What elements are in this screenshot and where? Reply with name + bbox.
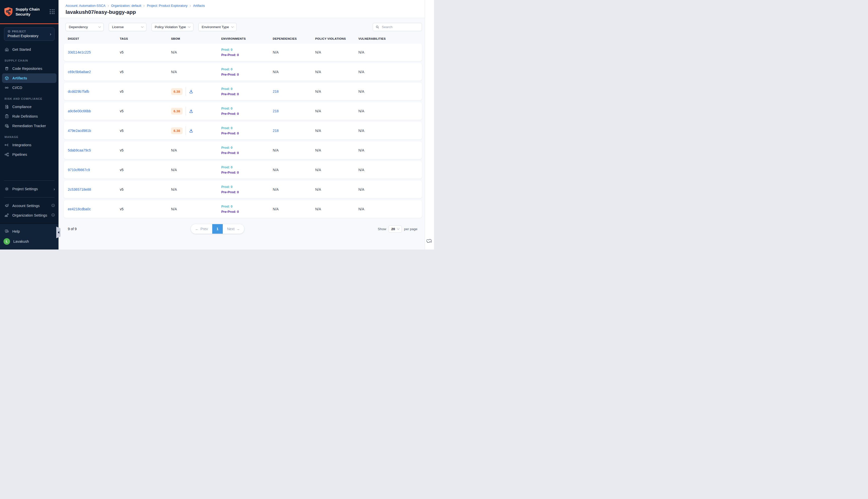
dependencies-link[interactable]: 218 [273, 129, 278, 133]
policy-violations-cell: N/A [315, 50, 358, 54]
prod-count: Prod: 0 [221, 165, 273, 170]
sidebar-item-remediation-tracker[interactable]: Remediation Tracker [0, 121, 59, 131]
breadcrumb-artifacts-link[interactable]: Artifacts [193, 4, 205, 8]
dependencies-link[interactable]: 218 [273, 109, 278, 113]
gear-icon [4, 187, 9, 191]
chevron-separator: › [144, 4, 145, 8]
sidebar-item-label: Project Settings [12, 187, 38, 191]
sidebar-item-cicd[interactable]: CI/CD [0, 83, 59, 93]
sbom-cell: N/A [171, 50, 221, 54]
org-gear-icon [4, 213, 9, 218]
sidebar-item-artifacts[interactable]: Artifacts [2, 73, 57, 83]
digest-link[interactable]: 5dab9caa79c5 [68, 148, 91, 152]
prev-page-button[interactable]: ←Prev [191, 224, 212, 234]
environment-type-filter-dropdown[interactable]: Environment Type [198, 23, 237, 31]
table-row[interactable]: 33d114e1c225 v5 N/A Prod: 0Pre-Prod: 0 N… [64, 44, 422, 61]
app-switcher-icon[interactable] [49, 9, 55, 15]
digest-link[interactable]: 479e2acd981b [68, 129, 91, 133]
digest-link[interactable]: 2c5365718e88 [68, 187, 91, 192]
preprod-count: Pre-Prod: 0 [221, 170, 273, 175]
sbom-cell: N/A [171, 148, 221, 152]
environments-cell: Prod: 0Pre-Prod: 0 [221, 66, 273, 77]
dropdown-label: Environment Type [202, 25, 229, 29]
sidebar-item-rule-definitions[interactable]: Rule Definitions [0, 112, 59, 121]
info-icon[interactable] [51, 204, 55, 208]
dropdown-label: License [112, 25, 124, 29]
chevron-down-icon [231, 25, 234, 28]
help-button[interactable]: Help [0, 227, 59, 236]
table-row[interactable]: 2c5365718e88 v5 N/A Prod: 0Pre-Prod: 0 N… [64, 181, 422, 198]
dependencies-cell: N/A [273, 207, 315, 211]
policy-violation-type-filter-dropdown[interactable]: Policy Violation Type [151, 23, 194, 31]
table-row[interactable]: a9c6e00c66bb v5 6.38 Prod: 0Pre-Prod: 0 … [64, 102, 422, 120]
digest-link[interactable]: c69c5b6a8ae2 [68, 70, 91, 74]
vulnerabilities-cell: N/A [358, 109, 422, 113]
sidebar-item-code-repositories[interactable]: Code Repositories [0, 64, 59, 73]
table-row[interactable]: 5dab9caa79c5 v5 N/A Prod: 0Pre-Prod: 0 N… [64, 142, 422, 159]
sbom-cell: 6.38 [171, 87, 221, 96]
integrations-icon [4, 143, 9, 147]
show-label: Show [378, 227, 386, 231]
digest-link[interactable]: 9710cf6667c9 [68, 168, 90, 172]
sidebar-item-account-settings[interactable]: Account Settings [0, 201, 59, 210]
table-row[interactable]: c69c5b6a8ae2 v5 N/A Prod: 0Pre-Prod: 0 N… [64, 63, 422, 81]
dependencies-cell: N/A [273, 187, 315, 192]
prod-count: Prod: 0 [221, 47, 273, 52]
page-size-control: Show 20 per page [244, 226, 422, 233]
digest-link[interactable]: 33d114e1c225 [68, 50, 91, 54]
tags-cell: v5 [120, 109, 171, 113]
environments-cell: Prod: 0Pre-Prod: 0 [221, 165, 273, 175]
prod-count: Prod: 0 [221, 184, 273, 190]
sidebar-item-get-started[interactable]: Get Started [0, 45, 59, 54]
page-header: Account: Automation-SSCA › Organization:… [59, 0, 425, 18]
dependency-filter-dropdown[interactable]: Dependency [65, 23, 104, 31]
sidebar-item-integrations[interactable]: Integrations [0, 140, 59, 150]
digest-link[interactable]: ee4218cdba0c [68, 207, 91, 211]
current-page-button[interactable]: 1 [212, 224, 223, 234]
cube-icon [4, 76, 9, 81]
environments-cell: Prod: 0Pre-Prod: 0 [221, 47, 273, 58]
search-input[interactable] [381, 25, 419, 29]
environments-cell: Prod: 0Pre-Prod: 0 [221, 106, 273, 116]
breadcrumb-account-link[interactable]: Account: Automation-SSCA [65, 4, 106, 8]
filter-row: Dependency License Policy Violation Type… [65, 23, 422, 31]
digest-link[interactable]: a9c6e00c66bb [68, 109, 91, 113]
sidebar-item-project-settings[interactable]: Project Settings › [0, 184, 59, 194]
vulnerabilities-cell: N/A [358, 148, 422, 152]
breadcrumb-project-link[interactable]: Project: Product Exploratory [147, 4, 188, 8]
sidebar-item-compliance[interactable]: Compliance [0, 102, 59, 112]
license-filter-dropdown[interactable]: License [109, 23, 146, 31]
page-size-select[interactable]: 20 [388, 226, 402, 233]
next-page-button[interactable]: Next→ [223, 224, 244, 234]
info-icon[interactable] [51, 213, 55, 218]
project-selector[interactable]: PROJECT Product Exploratory › [4, 27, 54, 41]
sidebar-item-pipelines[interactable]: Pipelines [0, 150, 59, 159]
download-sbom-icon[interactable] [189, 129, 194, 133]
code-repo-icon [4, 66, 9, 71]
table-row[interactable]: ee4218cdba0c v5 N/A Prod: 0Pre-Prod: 0 N… [64, 200, 422, 218]
chat-support-icon[interactable] [426, 238, 433, 244]
environments-cell: Prod: 0Pre-Prod: 0 [221, 86, 273, 97]
user-menu[interactable]: L Lavakush [0, 236, 59, 246]
download-sbom-icon[interactable] [189, 89, 194, 94]
pagination-pill: ←Prev 1 Next→ [191, 224, 244, 234]
table-row[interactable]: 479e2acd981b v5 6.38 Prod: 0Pre-Prod: 0 … [64, 122, 422, 139]
download-sbom-icon[interactable] [189, 109, 194, 113]
sbom-cell: 6.38 [171, 126, 221, 135]
table-row[interactable]: 9710cf6667c9 v5 N/A Prod: 0Pre-Prod: 0 N… [64, 161, 422, 179]
policy-violations-cell: N/A [315, 89, 358, 94]
sidebar-collapse-handle[interactable] [56, 227, 61, 238]
environments-cell: Prod: 0Pre-Prod: 0 [221, 145, 273, 156]
table-row[interactable]: dcdd29b7fafb v5 6.38 Prod: 0Pre-Prod: 0 … [64, 83, 422, 100]
tags-cell: v5 [120, 148, 171, 152]
right-gutter [425, 0, 434, 250]
sidebar-item-label: Get Started [12, 48, 31, 51]
dependencies-link[interactable]: 218 [273, 89, 278, 94]
app-window: Supply Chain Security PROJECT Product Ex… [0, 0, 434, 250]
digest-link[interactable]: dcdd29b7fafb [68, 89, 89, 94]
project-cube-icon [8, 30, 11, 33]
vulnerabilities-cell: N/A [358, 187, 422, 192]
breadcrumb-organization-link[interactable]: Organization: default [111, 4, 141, 8]
policy-violations-cell: N/A [315, 129, 358, 133]
sidebar-item-organization-settings[interactable]: Organization Settings [0, 210, 59, 220]
